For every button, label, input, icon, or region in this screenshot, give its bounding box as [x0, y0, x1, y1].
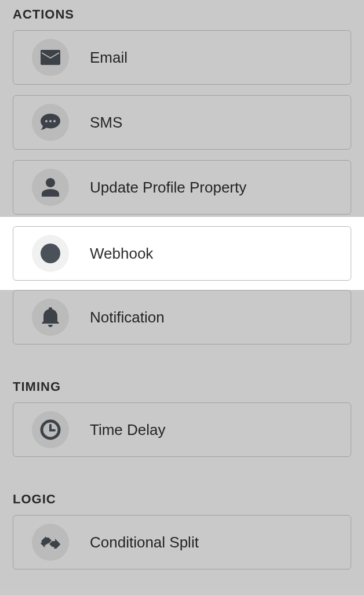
action-label-update-profile: Update Profile Property — [90, 179, 246, 197]
sms-icon — [32, 104, 69, 141]
action-label-notification: Notification — [90, 309, 165, 326]
action-item-webhook[interactable]: Webhook — [13, 226, 351, 281]
action-item-email[interactable]: Email — [13, 30, 351, 85]
section-heading-logic: LOGIC — [13, 492, 351, 507]
action-label-sms: SMS — [90, 114, 122, 132]
svg-point-0 — [45, 120, 48, 122]
section-heading-actions: ACTIONS — [13, 7, 351, 22]
logic-label-conditional-split: Conditional Split — [90, 534, 199, 552]
logic-item-conditional-split[interactable]: Conditional Split — [13, 515, 351, 569]
timing-label-time-delay: Time Delay — [90, 421, 166, 439]
split-icon — [32, 524, 69, 561]
webhook-icon — [32, 235, 69, 272]
svg-point-1 — [49, 120, 52, 122]
email-icon — [32, 39, 69, 76]
bell-icon — [32, 299, 69, 336]
action-item-notification[interactable]: Notification — [13, 290, 351, 344]
svg-point-2 — [53, 120, 56, 122]
section-heading-timing: TIMING — [13, 379, 351, 394]
action-label-webhook: Webhook — [90, 245, 153, 263]
action-item-update-profile[interactable]: Update Profile Property — [13, 160, 351, 215]
action-label-email: Email — [90, 49, 128, 67]
action-item-sms[interactable]: SMS — [13, 95, 351, 150]
timing-item-time-delay[interactable]: Time Delay — [13, 402, 351, 457]
person-icon — [32, 169, 69, 206]
clock-icon — [32, 411, 69, 448]
